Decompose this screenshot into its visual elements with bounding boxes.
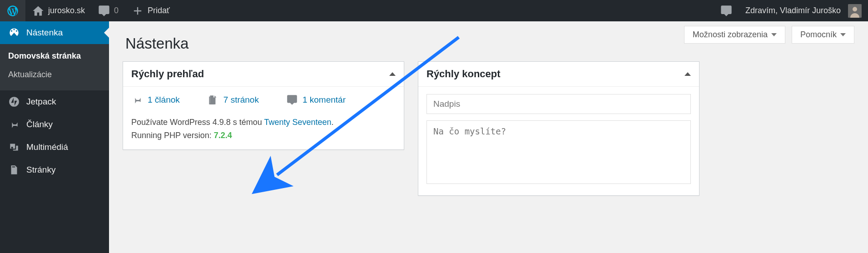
plus-icon — [131, 5, 144, 17]
wp-logo-menu[interactable] — [0, 0, 25, 21]
pages-icon — [8, 164, 20, 176]
quick-draft-box: Rýchly koncept — [418, 61, 699, 196]
dashboard-col-1: Rýchly prehľad 1 článok — [123, 61, 404, 207]
admin-bar: jurosko.sk 0 Pridať Zdravím, Vladimír Ju… — [0, 0, 868, 21]
pin-icon — [131, 94, 143, 106]
main-content: Možnosti zobrazenia Pomocník Nástenka Rý… — [109, 21, 868, 253]
dashboard-col-2: Rýchly koncept — [418, 61, 699, 207]
glance-posts: 1 článok — [131, 94, 180, 106]
collapse-toggle[interactable] — [684, 72, 691, 76]
sidebar-item-pages[interactable]: Stránky — [0, 159, 109, 181]
sidebar-item-label: Multimédiá — [26, 142, 68, 152]
site-name-menu[interactable]: jurosko.sk — [25, 0, 91, 21]
chevron-down-icon — [840, 33, 846, 36]
chevron-down-icon — [771, 33, 777, 36]
comment-icon — [720, 5, 733, 17]
greeting-label: Zdravím, Vladimír Juroško — [745, 6, 841, 15]
comments-menu[interactable]: 0 — [91, 0, 125, 21]
sidebar-item-label: Nástenka — [26, 28, 63, 38]
wp-version-line: Používate WordPress 4.9.8 s témou Twenty… — [131, 118, 396, 127]
svg-point-2 — [9, 97, 19, 107]
pages-icon — [207, 94, 219, 106]
version-post: . — [332, 118, 334, 127]
draft-title-input[interactable] — [427, 94, 691, 114]
pin-icon — [8, 119, 20, 130]
svg-point-3 — [11, 147, 13, 149]
at-a-glance-body: 1 článok 7 stránok 1 komen — [123, 87, 404, 149]
glance-comments-link[interactable]: 1 komentár — [303, 95, 346, 105]
comment-icon — [98, 5, 110, 17]
submenu-item-updates[interactable]: Aktualizácie — [0, 65, 109, 84]
version-pre: Používate WordPress 4.9.8 s témou — [131, 118, 264, 127]
site-name-label: jurosko.sk — [48, 6, 85, 15]
my-account-menu[interactable]: Zdravím, Vladimír Juroško — [739, 0, 868, 21]
quick-draft-body — [418, 87, 699, 195]
home-icon — [32, 5, 45, 17]
comment-icon — [286, 94, 298, 106]
sidebar-item-dashboard[interactable]: Nástenka — [0, 21, 109, 44]
quick-draft-header: Rýchly koncept — [418, 62, 699, 87]
glance-pages-link[interactable]: 7 stránok — [223, 95, 259, 105]
comments-count: 0 — [114, 6, 119, 15]
avatar — [848, 4, 862, 18]
php-pre: Running PHP version: — [131, 131, 214, 140]
sidebar-item-jetpack[interactable]: Jetpack — [0, 90, 109, 113]
at-a-glance-box: Rýchly prehľad 1 článok — [123, 61, 404, 150]
dashboard-submenu: Domovská stránka Aktualizácie — [0, 44, 109, 90]
dashboard-icon — [8, 27, 20, 39]
help-button[interactable]: Pomocník — [792, 26, 854, 44]
notifications-menu[interactable] — [714, 0, 739, 21]
add-new-label: Pridať — [148, 6, 170, 15]
php-version-line: Running PHP version: 7.2.4 — [131, 131, 396, 140]
submenu-item-home[interactable]: Domovská stránka — [0, 47, 109, 65]
sidebar-item-label: Články — [26, 119, 53, 129]
svg-point-1 — [853, 7, 857, 11]
sidebar-item-posts[interactable]: Články — [0, 113, 109, 136]
help-label: Pomocník — [800, 30, 837, 40]
wordpress-icon — [6, 5, 19, 17]
screen-options-label: Možnosti zobrazenia — [693, 30, 768, 40]
glance-pages: 7 stránok — [207, 94, 259, 106]
sidebar-item-label: Jetpack — [26, 97, 56, 107]
admin-sidebar: Nástenka Domovská stránka Aktualizácie J… — [0, 21, 109, 253]
sidebar-item-media[interactable]: Multimédiá — [0, 136, 109, 159]
screen-options-button[interactable]: Možnosti zobrazenia — [684, 26, 785, 44]
quick-draft-title: Rýchly koncept — [427, 68, 501, 80]
at-a-glance-header: Rýchly prehľad — [123, 62, 404, 87]
jetpack-icon — [8, 96, 20, 108]
add-new-menu[interactable]: Pridať — [125, 0, 176, 21]
collapse-toggle[interactable] — [389, 72, 396, 76]
glance-comments: 1 komentár — [286, 94, 346, 106]
glance-stats: 1 článok 7 stránok 1 komen — [131, 94, 396, 106]
theme-link[interactable]: Twenty Seventeen — [264, 118, 331, 127]
glance-posts-link[interactable]: 1 článok — [148, 95, 180, 105]
screen-options-bar: Možnosti zobrazenia Pomocník — [684, 26, 854, 44]
php-version-value: 7.2.4 — [214, 131, 232, 140]
media-icon — [8, 141, 20, 153]
at-a-glance-title: Rýchly prehľad — [131, 68, 204, 80]
dashboard-columns: Rýchly prehľad 1 článok — [123, 61, 854, 207]
sidebar-item-label: Stránky — [26, 165, 55, 175]
draft-content-textarea[interactable] — [427, 120, 691, 184]
